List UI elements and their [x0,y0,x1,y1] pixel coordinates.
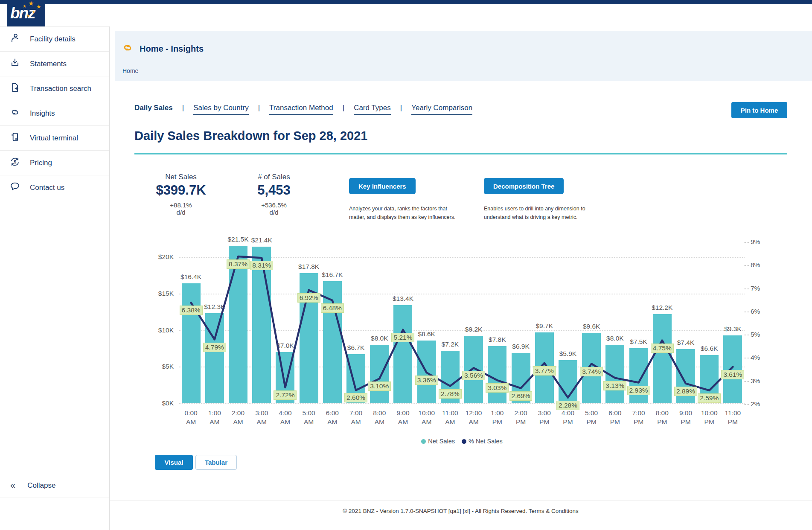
collapse-icon: « [10,480,15,491]
bar-value-label: $9.6K [583,323,600,330]
net-sales-bar[interactable] [653,314,672,403]
x-axis-label: 4:00PM [562,408,574,426]
report-title: Daily Sales Breakdown for Sep 28, 2021 [134,129,367,143]
bar-value-label: $9.2K [465,326,483,333]
pct-value-label: 3.61% [721,370,744,379]
sidebar-item-statements[interactable]: Statements [0,52,109,76]
pct-value-label: 8.37% [227,259,250,269]
net-sales-bar[interactable] [488,346,506,403]
bar-value-label: $8.0K [606,335,624,342]
tab-sales-by-country[interactable]: Sales by Country [193,104,248,115]
tabular-toggle-button[interactable]: Tabular [195,455,237,470]
legend-label: Net Sales [428,438,455,445]
x-axis-label: 10:00AM [418,408,435,426]
tab-card-types[interactable]: Card Types [354,104,391,115]
sidebar: Facility detailsStatementsTransaction se… [0,26,110,530]
x-axis-label: 2:00PM [514,408,527,426]
bnz-logo[interactable]: bnz ★ ★ ★ ★ ★ [7,0,45,26]
net-sales-bar[interactable] [559,360,577,403]
x-axis-label: 0:00AM [185,408,198,426]
net-sales-bar[interactable] [205,313,224,403]
chart-legend: Net Sales% Net Sales [179,438,745,445]
feature-button-decomposition-tree[interactable]: Decomposition Tree [484,178,564,194]
legend-label: % Net Sales [469,438,503,445]
bar-value-label: $12.3K [204,303,225,311]
pct-value-label: 3.56% [462,371,485,380]
kpi-value: 5,453 [237,183,311,198]
app-root: bnz ★ ★ ★ ★ ★ Facility detailsStatements… [0,0,812,530]
kpi-period: d/d [237,209,311,216]
x-axis-label: 4:00AM [279,408,291,426]
tab-transaction-method[interactable]: Transaction Method [269,104,333,115]
sidebar-item-virtual-terminal[interactable]: Virtual terminal [0,126,109,151]
sidebar-item-contact-us[interactable]: Contact us [0,175,109,200]
kpi-period: d/d [144,209,218,216]
x-axis-label: 11:00AM [442,408,458,426]
pct-value-label: 2.78% [439,389,462,399]
collapse-button[interactable]: « Collapse [0,473,109,498]
sidebar-item-pricing[interactable]: $Pricing [0,151,109,175]
document-search-icon [9,82,20,95]
bar-value-label: $21.5K [227,236,248,243]
right-axis-tickmark [744,335,749,335]
net-sales-bar[interactable] [182,283,201,403]
x-axis-label: 1:00PM [491,408,503,426]
net-sales-bar[interactable] [323,281,342,403]
bar-value-label: $9.3K [724,325,742,333]
chat-icon [9,181,20,194]
feature-key-influencers: Key InfluencersAnalyzes your data, ranks… [349,178,463,221]
sidebar-item-label: Insights [30,109,55,118]
pct-value-label: 4.79% [203,343,226,352]
breadcrumb[interactable]: Home [122,67,138,74]
sidebar-item-transaction-search[interactable]: Transaction search [0,76,109,101]
legend-item-net-sales[interactable]: Net Sales [421,438,455,445]
net-sales-bar[interactable] [370,345,389,403]
kpi-net-sales: Net Sales$399.7K+88.1%d/d [144,173,218,216]
report-tabs: Daily Sales|Sales by Country|Transaction… [134,104,472,115]
x-axis-label: 9:00AM [396,408,409,426]
net-sales-bar[interactable] [229,246,247,403]
legend-item--net-sales[interactable]: % Net Sales [462,438,503,445]
x-axis-label: 8:00AM [373,408,386,426]
net-sales-bar[interactable] [300,273,318,403]
x-axis-label: 12:00AM [466,408,482,426]
visual-toggle-button[interactable]: Visual [155,455,193,470]
net-sales-bar[interactable] [417,341,436,403]
right-axis-tick: 8% [751,261,760,269]
x-axis-label: 10:00PM [701,408,718,426]
download-icon [9,57,20,70]
net-sales-bar[interactable] [393,305,412,403]
net-sales-bar[interactable] [605,345,624,403]
bar-value-label: $7.5K [630,338,647,346]
right-axis-tickmark [744,381,749,382]
tab-separator: | [182,104,184,112]
net-sales-bar[interactable] [723,335,742,403]
pct-value-label: 2.89% [674,387,697,396]
star-icon: ★ [36,4,41,9]
right-axis-tick: 4% [751,354,760,361]
sidebar-item-facility-details[interactable]: Facility details [0,26,109,52]
feature-button-key-influencers[interactable]: Key Influencers [349,178,416,194]
tab-daily-sales[interactable]: Daily Sales [134,104,173,114]
pct-value-label: 8.31% [250,261,273,270]
bar-value-label: $5.9K [559,350,577,358]
pin-to-home-button[interactable]: Pin to Home [731,102,787,118]
right-axis-tick: 7% [751,285,760,292]
x-axis-label: 3:00AM [255,408,268,426]
sidebar-item-insights[interactable]: Insights [0,101,109,126]
bar-value-label: $9.7K [536,322,553,330]
pct-value-label: 2.93% [627,386,650,395]
terminal-icon [9,131,20,145]
x-axis-label: 7:00AM [349,408,362,426]
right-axis-tick: 6% [751,308,760,315]
tab-yearly-comparison[interactable]: Yearly Comparison [411,104,472,115]
right-axis-tick: 3% [751,377,760,385]
person-icon [9,32,20,46]
net-sales-bar[interactable] [629,348,648,403]
x-axis-label: 1:00AM [208,408,221,426]
feature-decomposition-tree: Decomposition TreeEnables users to drill… [484,178,598,221]
net-sales-bar[interactable] [464,336,483,403]
pct-value-label: 6.92% [297,293,320,303]
bar-value-label: $13.4K [393,295,413,303]
footer-divider [109,501,812,501]
